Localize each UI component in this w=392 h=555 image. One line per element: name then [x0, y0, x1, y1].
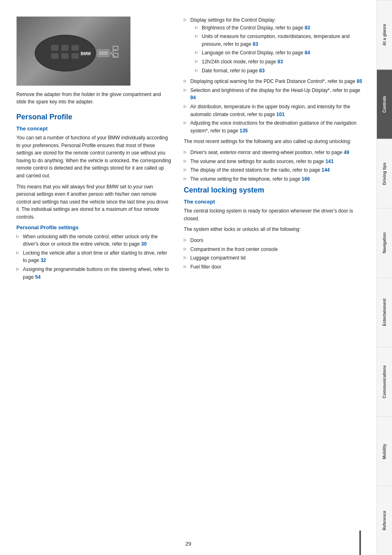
list-item: Air distribution, temperature in the upp…: [184, 103, 364, 118]
list-item: Assigning the programmable buttons on th…: [16, 266, 172, 281]
item-text: Driver's seat, exterior-mirror and steer…: [190, 150, 344, 155]
sidebar-tab-at-a-glance[interactable]: At a glance: [377, 0, 392, 69]
personal-profile-para1: You can set a number of functions of you…: [16, 134, 172, 180]
item-text: Air distribution, temperature in the upp…: [190, 104, 350, 117]
list-item: Adjusting the voice instructions for the…: [184, 119, 364, 134]
item-text: 12h/24h clock mode, refer to page: [202, 59, 277, 65]
list-item: 12h/24h clock mode, refer to page 83: [190, 58, 364, 66]
list-item: Selection and brightness of the display …: [184, 87, 364, 102]
sidebar-tab-entertainment[interactable]: Entertainment: [377, 278, 392, 347]
svg-text:BMW: BMW: [81, 51, 91, 56]
item-text: Fuel filler door: [190, 264, 221, 270]
item-text: Units of measure for consumption, route/…: [202, 34, 350, 47]
image-caption: Remove the adapter from the holder in th…: [16, 91, 172, 105]
sidebar-tab-controls[interactable]: Controls: [377, 69, 392, 139]
page-bar: [359, 530, 361, 555]
unlocking-items-list: Driver's seat, exterior-mirror and steer…: [184, 149, 364, 183]
list-item: Display settings for the Control Display…: [184, 16, 364, 74]
item-text: Display settings for the Control Display…: [190, 17, 276, 23]
item-text: Assigning the programmable buttons on th…: [23, 266, 169, 280]
item-text: Language on the Control Display, refer t…: [202, 50, 305, 56]
car-key-illustration: BMW: [29, 27, 118, 76]
page-link-135[interactable]: 135: [240, 128, 248, 134]
list-item: Units of measure for consumption, route/…: [190, 33, 364, 48]
main-content: BMW W1KS15010en Remove the adapter from …: [0, 0, 376, 555]
list-item: The volume and tone settings for audio s…: [184, 158, 364, 166]
list-item: Displaying optical warning for the PDC P…: [184, 78, 364, 85]
page-link-85[interactable]: 85: [357, 78, 362, 84]
item-text: The volume setting for the telephone, re…: [190, 176, 302, 182]
list-item: Doors: [184, 237, 364, 244]
item-text: Adjusting the voice instructions for the…: [190, 120, 356, 134]
central-locking-title: Central locking system: [184, 186, 364, 195]
page-link-101[interactable]: 101: [276, 112, 285, 117]
central-locking-items-list: Doors Compartment in the front center co…: [184, 237, 364, 271]
item-text: Selection and brightness of the display …: [190, 87, 360, 93]
svg-rect-3: [61, 45, 69, 51]
page-link-30[interactable]: 30: [141, 241, 147, 247]
list-item: When unlocking with the remote control, …: [16, 233, 172, 248]
personal-profile-settings-subtitle: Personal Profile settings: [16, 224, 172, 231]
central-locking-concept-subtitle: The concept: [184, 199, 364, 205]
item-text: Doors: [190, 237, 203, 243]
list-item: The volume setting for the telephone, re…: [184, 175, 364, 183]
sidebar-tab-communications[interactable]: Communications: [377, 347, 392, 416]
item-text: The volume and tone settings for audio s…: [190, 159, 325, 164]
page-link-32[interactable]: 32: [40, 257, 46, 263]
list-item: Fuel filler door: [184, 263, 364, 271]
personal-profile-para2: This means that you will always find you…: [16, 183, 172, 221]
list-item: Locking the vehicle after a short time o…: [16, 249, 172, 264]
page-link-49[interactable]: 49: [344, 150, 349, 155]
page-link-84[interactable]: 84: [305, 50, 310, 56]
svg-rect-7: [71, 53, 79, 59]
page-link-83a[interactable]: 83: [305, 25, 310, 31]
car-key-image: BMW W1KS15010en: [16, 16, 131, 86]
right-column: Display settings for the Control Display…: [184, 16, 364, 284]
watermark: W1KS15010en: [17, 56, 21, 81]
personal-profile-settings-list: When unlocking with the remote control, …: [16, 233, 172, 281]
item-text: When unlocking with the remote control, …: [23, 234, 158, 247]
display-settings-top: Display settings for the Control Display…: [184, 16, 364, 134]
item-text: The display of the stored stations for t…: [190, 167, 322, 173]
list-item: Compartment in the front center console: [184, 246, 364, 253]
page-link-144[interactable]: 144: [322, 167, 330, 173]
list-item: Driver's seat, exterior-mirror and steer…: [184, 149, 364, 157]
page-link-83d[interactable]: 83: [259, 68, 265, 74]
page-link-83b[interactable]: 83: [253, 41, 258, 47]
svg-rect-11: [99, 51, 108, 55]
item-text: Date format, refer to page: [202, 68, 259, 74]
sidebar-tab-reference[interactable]: Reference: [377, 486, 392, 555]
list-item: Language on the Control Display, refer t…: [190, 49, 364, 57]
right-sidebar: At a glance Controls Driving tips Naviga…: [376, 0, 392, 555]
svg-rect-4: [71, 45, 79, 51]
svg-rect-2: [51, 45, 58, 51]
personal-profile-title: Personal Profile: [16, 113, 172, 121]
item-text: Compartment in the front center console: [190, 246, 278, 252]
page-link-166[interactable]: 166: [302, 176, 310, 182]
page-link-83c[interactable]: 83: [277, 59, 283, 65]
list-item: The display of the stored stations for t…: [184, 166, 364, 174]
list-item: Date format, refer to page 83: [190, 67, 364, 75]
page-number: 29: [185, 541, 191, 547]
item-text: Displaying optical warning for the PDC P…: [190, 78, 357, 84]
two-column-layout: BMW W1KS15010en Remove the adapter from …: [16, 16, 364, 284]
svg-rect-6: [61, 53, 69, 59]
central-locking-para1: The central locking system is ready for …: [184, 207, 364, 222]
display-settings-sublist: Brightness of the Control Display, refer…: [190, 24, 364, 75]
page-link-54[interactable]: 54: [35, 274, 40, 280]
list-item: Brightness of the Control Display, refer…: [190, 24, 364, 32]
personal-profile-concept-subtitle: The concept: [16, 125, 172, 132]
list-item: Luggage compartment lid: [184, 254, 364, 262]
left-column: BMW W1KS15010en Remove the adapter from …: [16, 16, 172, 284]
unlocking-intro-text: The most recent settings for the followi…: [184, 138, 364, 145]
sidebar-tab-driving-tips[interactable]: Driving tips: [377, 139, 392, 208]
page-link-141[interactable]: 141: [325, 159, 334, 164]
central-locking-para2: The system either locks or unlocks all o…: [184, 226, 364, 233]
item-text: Brightness of the Control Display, refer…: [202, 25, 305, 31]
sidebar-tab-mobility[interactable]: Mobility: [377, 416, 392, 486]
item-text: Luggage compartment lid: [190, 255, 245, 261]
page-link-94[interactable]: 94: [190, 95, 196, 101]
image-placeholder: BMW: [17, 17, 130, 85]
svg-rect-5: [51, 53, 58, 59]
sidebar-tab-navigation[interactable]: Navigation: [377, 208, 392, 278]
